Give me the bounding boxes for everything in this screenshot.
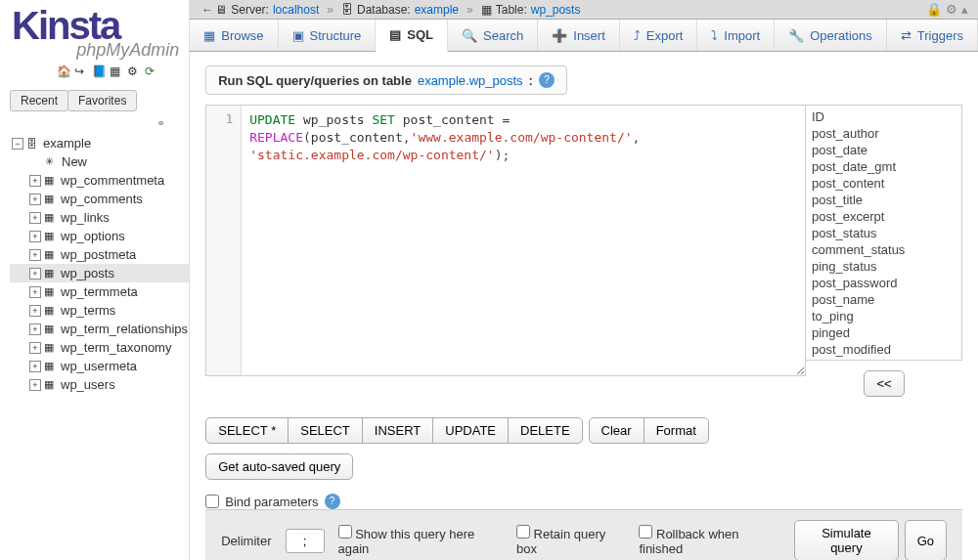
bc-table[interactable]: wp_posts bbox=[531, 3, 581, 17]
delete-button[interactable]: DELETE bbox=[508, 417, 583, 444]
tree-table-wp_termmeta[interactable]: +▦wp_termmeta bbox=[10, 282, 189, 301]
tree-table-wp_term_relationships[interactable]: +▦wp_term_relationships bbox=[10, 320, 189, 338]
tree-table-wp_term_taxonomy[interactable]: +▦wp_term_taxonomy bbox=[10, 338, 189, 357]
tree-table-wp_users[interactable]: +▦wp_users bbox=[10, 375, 189, 394]
collapse-icon[interactable]: − bbox=[12, 138, 23, 150]
tree-new[interactable]: ✳ New bbox=[10, 152, 189, 171]
show-again-checkbox[interactable] bbox=[338, 525, 352, 538]
tree-db[interactable]: − 🗄 example bbox=[10, 134, 189, 152]
sidebar: Kinsta phpMyAdmin 🏠 ↪ 📘 ▦ ⚙ ⟳ Recent Fav… bbox=[0, 0, 190, 560]
tree-table-wp_comments[interactable]: +▦wp_comments bbox=[10, 190, 189, 208]
sql-code[interactable]: UPDATE wp_posts SET post_content = REPLA… bbox=[242, 106, 805, 375]
column-option[interactable]: post_status bbox=[812, 225, 956, 241]
home-icon[interactable]: 🏠 bbox=[57, 65, 70, 78]
rollback-checkbox[interactable] bbox=[639, 525, 652, 538]
expand-icon[interactable]: + bbox=[29, 342, 41, 354]
bc-server[interactable]: localhost bbox=[273, 3, 319, 17]
help-icon[interactable]: ? bbox=[325, 494, 340, 509]
expand-icon[interactable]: + bbox=[29, 175, 41, 187]
hide-columns-button[interactable]: << bbox=[864, 370, 904, 397]
expand-icon[interactable]: + bbox=[29, 212, 41, 224]
link-icon[interactable]: ⚭ bbox=[6, 117, 189, 130]
insert-button[interactable]: INSERT bbox=[362, 417, 433, 444]
column-option[interactable]: post_excerpt bbox=[812, 208, 956, 225]
tree-table-wp_postmeta[interactable]: +▦wp_postmeta bbox=[10, 245, 189, 264]
reload-icon[interactable]: ⟳ bbox=[145, 65, 158, 78]
format-button[interactable]: Format bbox=[644, 417, 709, 444]
column-option[interactable]: ID bbox=[812, 108, 956, 125]
collapse-panel-icon[interactable]: ▴ bbox=[961, 2, 968, 17]
tab-operations[interactable]: 🔧Operations bbox=[775, 20, 887, 51]
expand-icon[interactable]: + bbox=[29, 231, 41, 242]
tab-export[interactable]: ⤴Export bbox=[620, 20, 698, 51]
sql-icon: ▤ bbox=[389, 27, 401, 42]
sql-icon[interactable]: ▦ bbox=[110, 65, 123, 78]
bc-db[interactable]: example bbox=[415, 3, 459, 17]
retain-checkbox[interactable] bbox=[516, 525, 530, 538]
column-option[interactable]: post_modified_gmt bbox=[812, 358, 956, 361]
tree-table-wp_options[interactable]: +▦wp_options bbox=[10, 227, 189, 245]
column-option[interactable]: comment_status bbox=[812, 241, 956, 258]
autosaved-button[interactable]: Get auto-saved query bbox=[205, 453, 353, 480]
logout-icon[interactable]: ↪ bbox=[74, 65, 88, 78]
tab-triggers[interactable]: ⇄Triggers bbox=[887, 20, 978, 51]
gear-icon[interactable]: ⚙ bbox=[946, 2, 957, 17]
tab-insert[interactable]: ➕Insert bbox=[538, 20, 620, 51]
expand-icon[interactable]: + bbox=[29, 249, 41, 261]
export-icon: ⤴ bbox=[634, 28, 641, 43]
column-option[interactable]: ping_status bbox=[812, 258, 956, 275]
tab-search[interactable]: 🔍Search bbox=[448, 20, 538, 51]
new-label: New bbox=[62, 154, 87, 169]
column-option[interactable]: post_date bbox=[812, 142, 956, 158]
select-button[interactable]: SELECT bbox=[288, 417, 363, 444]
column-option[interactable]: post_modified bbox=[812, 341, 956, 358]
column-option[interactable]: post_author bbox=[812, 125, 956, 142]
expand-icon[interactable]: + bbox=[29, 194, 41, 205]
tab-favorites[interactable]: Favorites bbox=[67, 90, 137, 111]
update-button[interactable]: UPDATE bbox=[432, 417, 509, 444]
column-option[interactable]: post_password bbox=[812, 275, 956, 291]
docs-icon[interactable]: 📘 bbox=[92, 65, 106, 78]
expand-icon[interactable]: + bbox=[29, 286, 41, 298]
expand-icon[interactable]: + bbox=[29, 268, 41, 280]
expand-icon[interactable]: + bbox=[29, 379, 41, 391]
tree-table-wp_commentmeta[interactable]: +▦wp_commentmeta bbox=[10, 171, 189, 190]
sql-editor[interactable]: 1 UPDATE wp_posts SET post_content = REP… bbox=[205, 105, 806, 376]
simulate-button[interactable]: Simulate query bbox=[794, 520, 898, 560]
column-option[interactable]: post_title bbox=[812, 192, 956, 208]
logo: Kinsta phpMyAdmin bbox=[6, 4, 189, 63]
column-option[interactable]: post_content bbox=[812, 175, 956, 192]
settings-icon[interactable]: ⚙ bbox=[127, 65, 141, 78]
help-icon[interactable]: ? bbox=[539, 72, 555, 88]
column-option[interactable]: post_date_gmt bbox=[812, 158, 956, 175]
table-icon: ▦ bbox=[44, 285, 58, 298]
tab-import[interactable]: ⤵Import bbox=[697, 20, 775, 51]
delimiter-label: Delimiter bbox=[221, 534, 271, 548]
tab-recent[interactable]: Recent bbox=[10, 90, 68, 111]
structure-icon: ▣ bbox=[292, 28, 304, 43]
clear-button[interactable]: Clear bbox=[589, 417, 645, 444]
chevron-left-icon[interactable]: ← bbox=[200, 3, 215, 17]
bind-params-checkbox[interactable] bbox=[205, 495, 219, 508]
columns-list[interactable]: IDpost_authorpost_datepost_date_gmtpost_… bbox=[806, 105, 962, 361]
expand-icon[interactable]: + bbox=[29, 305, 41, 317]
tab-sql[interactable]: ▤SQL bbox=[376, 20, 448, 52]
tree-table-wp_terms[interactable]: +▦wp_terms bbox=[10, 301, 189, 320]
query-target[interactable]: example.wp_posts bbox=[418, 73, 523, 88]
tree-table-wp_links[interactable]: +▦wp_links bbox=[10, 208, 189, 227]
expand-icon[interactable]: + bbox=[29, 323, 41, 335]
db-label: example bbox=[43, 136, 91, 151]
column-option[interactable]: pinged bbox=[812, 324, 956, 341]
tree-table-wp_posts[interactable]: +▦wp_posts bbox=[10, 264, 189, 282]
delimiter-input[interactable] bbox=[286, 529, 325, 553]
column-option[interactable]: to_ping bbox=[812, 308, 956, 324]
tree-table-wp_usermeta[interactable]: +▦wp_usermeta bbox=[10, 357, 189, 375]
lock-icon[interactable]: 🔒 bbox=[926, 2, 942, 17]
tab-browse[interactable]: ▦Browse bbox=[190, 20, 278, 51]
tab-structure[interactable]: ▣Structure bbox=[279, 20, 377, 51]
column-option[interactable]: post_name bbox=[812, 291, 956, 308]
go-button[interactable]: Go bbox=[905, 520, 947, 560]
table-icon: ▦ bbox=[44, 193, 58, 205]
select--button[interactable]: SELECT * bbox=[205, 417, 289, 444]
expand-icon[interactable]: + bbox=[29, 361, 41, 372]
